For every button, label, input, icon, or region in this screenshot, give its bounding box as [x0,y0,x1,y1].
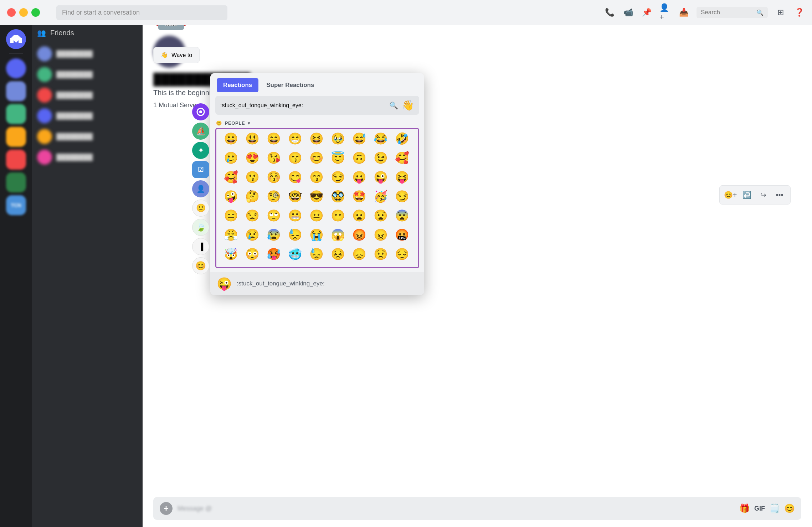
server-icon-2[interactable] [6,81,26,101]
picker-server-chatgpt[interactable]: ✦ [192,142,209,159]
emoji-no-mouth[interactable]: 😶 [328,206,348,225]
friends-button[interactable]: 👥 Friends [32,25,143,41]
emoji-angry[interactable]: 😠 [371,225,390,244]
emoji-rofl[interactable]: 🤣 [392,129,412,148]
gif-icon[interactable]: GIF [754,505,765,512]
emoji-beaming[interactable]: 😁 [286,129,305,148]
dm-item-5[interactable]: ████████ [32,126,143,147]
emoji-yum[interactable]: 😋 [286,167,305,187]
emoji-cry[interactable]: 😢 [243,225,262,244]
emoji-disappointed[interactable]: 😞 [350,244,369,264]
emoji-grimacing[interactable]: 😬 [286,206,305,225]
emoji-rage[interactable]: 😡 [350,225,369,244]
emoji-search-input[interactable] [220,102,386,109]
server-icon-5[interactable] [6,150,26,170]
reply-button[interactable]: ↪ [756,188,770,202]
forward-button[interactable]: ↩️ [740,188,754,202]
emoji-screaming[interactable]: 😣 [328,244,348,264]
phone-icon[interactable]: 📞 [604,7,615,18]
dm-item-1[interactable]: ████████ [32,43,143,64]
emoji-winking-tongue[interactable]: 😜 [371,167,390,187]
emoji-smirk[interactable]: 😏 [328,167,348,187]
sticker-icon[interactable]: 🗒️ [769,503,780,513]
emoji-triumph[interactable]: 😤 [221,225,241,244]
emoji-loudly-crying[interactable]: 😭 [307,225,326,244]
server-icon-4[interactable] [6,127,26,147]
reactions-tab[interactable]: Reactions [217,78,258,92]
emoji-relieved[interactable]: 🥲 [221,148,241,167]
picker-server-person[interactable]: 👤 [192,180,209,197]
emoji-squinting-tongue[interactable]: 😝 [392,167,412,187]
help-icon[interactable]: ❓ [793,7,805,18]
server-icon-tcn[interactable]: TCN [6,195,26,215]
emoji-kissing[interactable]: 😙 [286,148,305,167]
server-icon-3[interactable] [6,104,26,124]
emoji-kiss[interactable]: 😗 [243,167,262,187]
emoji-scream[interactable]: 😱 [328,225,348,244]
gift-icon[interactable]: 🎁 [739,503,750,513]
inbox-icon[interactable]: 📥 [678,7,689,18]
dm-item-3[interactable]: ████████ [32,85,143,105]
emoji-kissing-face[interactable]: 😙 [307,167,326,187]
emoji-smiling-heart[interactable]: 🥰 [392,148,412,167]
emoji-hot[interactable]: 🥵 [264,244,283,264]
popout-icon[interactable]: ⊞ [775,7,786,18]
emoji-kissing-heart[interactable]: 😘 [264,148,283,167]
pin-icon[interactable]: 📌 [641,7,652,18]
emoji-kiss-smiling[interactable]: 😚 [264,167,283,187]
emoji-wink[interactable]: 😉 [371,148,390,167]
emoji-smiley[interactable]: 😃 [243,129,262,148]
dm-item-6[interactable]: ████████ [32,147,143,167]
emoji-sweat-smile[interactable]: 😅 [350,129,369,148]
emoji-exploding[interactable]: 🤯 [221,244,241,264]
emoji-pensive[interactable]: 😔 [392,244,412,264]
emoji-nerd[interactable]: 🤓 [286,187,305,206]
emoji-sunglasses[interactable]: 😎 [307,187,326,206]
emoji-roll-eyes[interactable]: 🙄 [264,206,283,225]
emoji-cursing[interactable]: 🤬 [392,225,412,244]
add-reaction-button[interactable]: 😊+ [723,188,738,202]
emoji-flushed[interactable]: 😳 [243,244,262,264]
emoji-smirking[interactable]: 😏 [392,187,412,206]
emoji-squinting[interactable]: 😆 [307,129,326,148]
server-icon-6[interactable] [6,172,26,192]
video-icon[interactable]: 📹 [622,7,634,18]
emoji-anguished[interactable]: 😧 [371,206,390,225]
picker-server-sail[interactable]: ⛵ [192,123,209,140]
more-options-button[interactable]: ••• [772,188,787,202]
add-friend-icon[interactable]: 👤+ [659,7,671,18]
emoji-expressionless[interactable]: 😑 [221,206,241,225]
dm-item-4[interactable]: ████████ [32,105,143,126]
emoji-worried[interactable]: 😟 [371,244,390,264]
emoji-monocle[interactable]: 🧐 [264,187,283,206]
emoji-joy[interactable]: 😂 [371,129,390,148]
emoji-sweat[interactable]: 😓 [286,225,305,244]
minimize-button[interactable] [19,8,28,17]
emoji-unamused[interactable]: 😒 [243,206,262,225]
search-input[interactable] [701,9,754,16]
emoji-zany[interactable]: 🤪 [221,187,241,206]
message-input-placeholder[interactable]: Message @ [178,505,212,512]
emoji-icon[interactable]: 😊 [784,503,795,513]
maximize-button[interactable] [31,8,40,17]
discord-home-button[interactable] [6,29,26,49]
attachment-button[interactable]: + [160,502,173,515]
emoji-thinking[interactable]: 🤔 [243,187,262,206]
emoji-clap-button[interactable]: 👋 [402,99,414,111]
emoji-sad[interactable]: 😓 [307,244,326,264]
emoji-stuck-out[interactable]: 😛 [350,167,369,187]
emoji-smile[interactable]: 😄 [264,129,283,148]
emoji-heart-eyes[interactable]: 😍 [243,148,262,167]
emoji-star-struck[interactable]: 🤩 [350,187,369,206]
close-button[interactable] [7,8,16,17]
dm-item-2[interactable]: ████████ [32,64,143,85]
server-icon-1[interactable] [6,58,26,78]
picker-server-blue[interactable]: ☑ [192,161,209,178]
emoji-angel[interactable]: 😇 [328,148,348,167]
emoji-neutral[interactable]: 😐 [307,206,326,225]
emoji-upside-down[interactable]: 🙃 [350,148,369,167]
emoji-frowning-open[interactable]: 😦 [350,206,369,225]
emoji-disguised[interactable]: 🥸 [328,187,348,206]
emoji-partying[interactable]: 🥳 [371,187,390,206]
find-conversation-input[interactable]: Find or start a conversation [56,5,227,20]
